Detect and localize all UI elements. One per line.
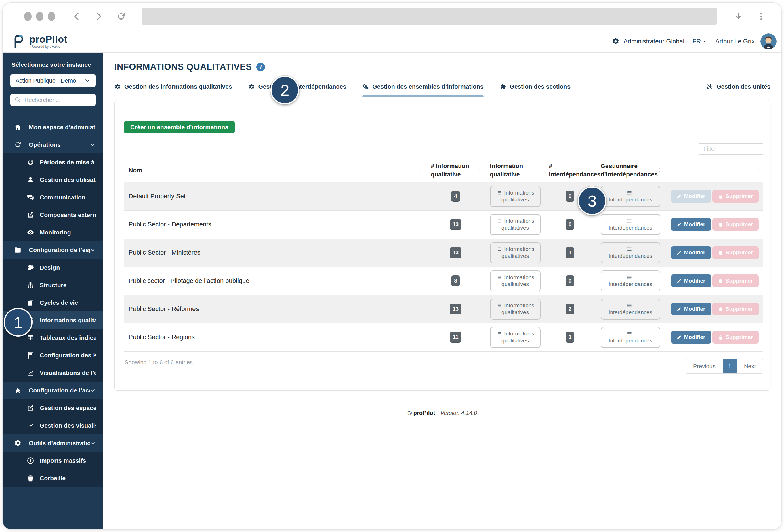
language-selector[interactable]: FR — [693, 38, 707, 45]
sidebar-item-visualisations-de-l-espa[interactable]: Visualisations de l’espa... — [3, 364, 103, 382]
sort-icon[interactable] — [657, 167, 663, 173]
informations-qualitatives-button[interactable]: Informations qualitatives — [490, 327, 540, 348]
sidebar-item-gestion-des-visualisatio[interactable]: Gestion des visualisatio... — [3, 417, 103, 434]
modifier-button[interactable]: Modifier — [671, 218, 711, 231]
browser-menu-icon[interactable] — [756, 11, 766, 21]
sidebar-item-mon-espace-d-administration[interactable]: Mon espace d’administration — [3, 118, 103, 136]
search-input[interactable] — [24, 97, 101, 103]
sort-icon[interactable] — [755, 167, 761, 173]
instance-select[interactable]: Action Publique - Demo — [10, 74, 95, 87]
supprimer-button[interactable]: Supprimer — [712, 331, 759, 343]
interdependances-button[interactable]: Interdépendances — [601, 242, 660, 263]
informations-qualitatives-button[interactable]: Informations qualitatives — [490, 242, 540, 263]
column-header-interdependances[interactable]: # Interdépendances — [544, 158, 596, 183]
filter-input[interactable] — [699, 143, 763, 155]
sort-icon[interactable] — [477, 167, 483, 173]
sidebar-item-configuration-de-l-espace-de[interactable]: Configuration de l’espace de ... — [3, 241, 103, 259]
supprimer-button[interactable]: Supprimer — [712, 303, 759, 315]
browser-forward-icon[interactable] — [94, 11, 104, 21]
browser-reload-icon[interactable] — [116, 11, 126, 21]
sidebar-search[interactable] — [10, 93, 95, 106]
column-header-information-qualitative[interactable]: # Information qualitative — [426, 158, 485, 183]
interdep-count-badge: 1 — [566, 247, 575, 258]
puzzle-icon — [500, 83, 506, 90]
modifier-button[interactable]: Modifier — [671, 190, 711, 202]
list-icon — [496, 303, 502, 308]
avatar[interactable] — [760, 33, 777, 50]
tab-gestion-des-sections[interactable]: Gestion des sections — [500, 83, 570, 97]
gear-icon — [14, 439, 22, 447]
modifier-button[interactable]: Modifier — [671, 303, 711, 315]
informations-qualitatives-button[interactable]: Informations qualitatives — [490, 214, 540, 235]
tab-gestion-des-informations-qualitatives[interactable]: Gestion des informations qualitatives — [114, 83, 232, 97]
supprimer-button[interactable]: Supprimer — [712, 190, 759, 202]
list-icon — [626, 303, 632, 308]
current-page-button[interactable]: 1 — [723, 359, 737, 373]
sidebar-item-composants-externes[interactable]: Composants externes — [3, 206, 103, 224]
tab-bar: Gestion des informations qualitatives Ge… — [114, 83, 771, 97]
supprimer-button[interactable]: Supprimer — [712, 246, 759, 259]
trash-icon — [26, 474, 34, 482]
modifier-button[interactable]: Modifier — [671, 246, 711, 259]
units-management-link[interactable]: Gestion des unités — [706, 83, 771, 97]
supprimer-button[interactable]: Supprimer — [712, 275, 759, 287]
sidebar-item-label: Configuration de l’accueil — [29, 387, 90, 394]
list-icon — [496, 218, 502, 224]
interdependances-button[interactable]: Interdépendances — [601, 214, 660, 235]
content-card: Créer un ensemble d’informations Nom # I… — [114, 100, 771, 391]
supprimer-button[interactable]: Supprimer — [712, 218, 759, 231]
modifier-button[interactable]: Modifier — [671, 331, 711, 343]
tab-gestion-des-ensembles-d-informations[interactable]: Gestion des ensembles d’informations — [362, 83, 483, 97]
chevron-down-icon — [90, 142, 95, 148]
informations-qualitatives-button[interactable]: Informations qualitatives — [490, 271, 540, 291]
admin-gear-icon[interactable] — [612, 37, 619, 45]
folder-icon — [14, 246, 22, 254]
informations-qualitatives-button[interactable]: Informations qualitatives — [490, 299, 540, 320]
address-bar[interactable] — [142, 8, 717, 25]
next-page-button[interactable]: Next — [737, 359, 763, 373]
column-header-item[interactable] — [665, 158, 763, 183]
chat-icon — [26, 193, 34, 201]
sitemap-icon — [26, 281, 34, 289]
sidebar-item-outils-d-administration[interactable]: Outils d’administration — [3, 434, 103, 452]
sidebar-item-structure[interactable]: Structure — [3, 276, 103, 294]
previous-page-button[interactable]: Previous — [686, 359, 723, 373]
pencil-icon — [677, 307, 681, 312]
sidebar-item-corbeille[interactable]: Corbeille — [3, 469, 103, 487]
sidebar-item-monitoring[interactable]: Monitoring — [3, 224, 103, 241]
interdependances-button[interactable]: Interdépendances — [601, 186, 660, 207]
sidebar-item-imports-massifs[interactable]: Imports massifs — [3, 452, 103, 469]
window-dot — [36, 12, 44, 21]
page-title: INFORMATIONS QUALITATIVES — [114, 62, 252, 72]
sidebar-item-configuration-des-kpis[interactable]: Configuration des KPIs — [3, 346, 103, 364]
sidebar-item-gestion-des-espaces-de[interactable]: Gestion des espaces de... — [3, 399, 103, 417]
list-icon — [626, 218, 632, 224]
column-header-nom[interactable]: Nom — [124, 158, 426, 183]
sort-icon[interactable] — [418, 167, 424, 173]
column-header-information-qualitative[interactable]: Information qualitative — [485, 158, 544, 183]
create-set-button[interactable]: Créer un ensemble d’informations — [124, 121, 235, 133]
user-name[interactable]: Arthur Le Grix — [715, 38, 755, 45]
interdependances-button[interactable]: Interdépendances — [601, 327, 660, 348]
sidebar-item-design[interactable]: Design — [3, 259, 103, 276]
download-icon[interactable] — [733, 11, 743, 21]
sidebar-item-gestion-des-utilisateurs[interactable]: Gestion des utilisateurs — [3, 171, 103, 189]
share-icon — [26, 211, 34, 219]
sidebar-item-label: Imports massifs — [40, 457, 95, 464]
column-header-label: Gestionnaire d’interdépendances — [601, 163, 658, 177]
informations-qualitatives-button[interactable]: Informations qualitatives — [490, 186, 540, 207]
sidebar-item-periodes-de-mise-a-jour[interactable]: Périodes de mise à jour — [3, 153, 103, 171]
star-icon — [14, 386, 22, 394]
info-icon[interactable] — [256, 63, 265, 72]
role-label[interactable]: Administrateur Global — [623, 38, 684, 45]
sidebar-item-operations[interactable]: Opérations — [3, 136, 103, 153]
column-header-gestionnaire-d-interdependances[interactable]: Gestionnaire d’interdépendances — [596, 158, 665, 183]
browser-back-icon[interactable] — [72, 11, 82, 21]
modifier-button[interactable]: Modifier — [671, 275, 711, 287]
sidebar-item-configuration-de-l-accueil[interactable]: Configuration de l’accueil — [3, 382, 103, 399]
interdependances-button[interactable]: Interdépendances — [601, 271, 660, 291]
sidebar-item-communication[interactable]: Communication — [3, 189, 103, 206]
interdependances-button[interactable]: Interdépendances — [601, 299, 660, 320]
browser-window: proPilot Powered by eFakto Administrateu… — [3, 3, 781, 529]
tab-label: Gestion des sections — [510, 83, 570, 90]
